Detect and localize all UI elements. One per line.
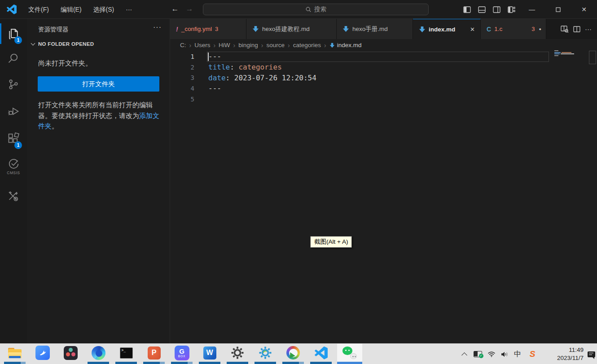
powerpoint-icon: P: [148, 346, 161, 360]
customize-layout-icon[interactable]: [504, 0, 519, 19]
toggle-secondary-sidebar-icon[interactable]: [489, 0, 504, 19]
tray-wifi[interactable]: [486, 344, 497, 364]
vscode-titlebar: 文件(F) 编辑(E) 选择(S) ··· ← → 搜索 — ✕: [0, 0, 597, 19]
tray-notification-center[interactable]: [586, 344, 597, 364]
code-editor[interactable]: 1 --- 2 title: categories 3 date: 2023-0…: [170, 51, 597, 343]
tab-hexo-manual-md[interactable]: hexo手册.md: [337, 19, 413, 39]
section-label: NO FOLDER OPENED: [38, 41, 94, 47]
tools-gear-icon: [7, 190, 20, 203]
davinci-icon: [64, 346, 78, 360]
taskbar-file-explorer[interactable]: [4, 344, 26, 362]
line-number[interactable]: 1: [170, 53, 194, 60]
breadcrumb-item[interactable]: source: [267, 42, 285, 48]
more-actions-icon[interactable]: ···: [585, 25, 592, 33]
breadcrumb-item[interactable]: categories: [293, 42, 321, 48]
vscode-icon: [315, 346, 328, 360]
scrollbar-slider[interactable]: [589, 51, 596, 64]
tray-ime-mode[interactable]: 中: [512, 344, 523, 364]
tray-clock[interactable]: 11:49 2023/11/7: [545, 344, 584, 364]
close-window-button[interactable]: ✕: [571, 0, 597, 19]
activity-extensions[interactable]: 1: [0, 126, 27, 151]
tray-security-monitor[interactable]: ✓: [471, 344, 484, 364]
explorer-sidebar: 资源管理器 ··· NO FOLDER OPENED 尚未打开文件夹。 打开文件…: [27, 19, 170, 343]
git-branch-icon: [7, 78, 20, 91]
line-number[interactable]: 4: [170, 85, 194, 92]
taskbar-edge[interactable]: [88, 344, 109, 362]
taskbar-davinci[interactable]: [60, 344, 81, 362]
nav-back-icon[interactable]: ←: [169, 0, 181, 18]
activity-search[interactable]: [0, 46, 27, 71]
command-center-search[interactable]: 搜索: [203, 4, 429, 15]
tray-sogou-input[interactable]: S: [526, 344, 539, 364]
menu-selection[interactable]: 选择(S): [88, 0, 120, 19]
explorer-badge: 1: [14, 36, 22, 44]
taskbar-terminal[interactable]: >_: [115, 344, 137, 362]
thunder-icon: [35, 346, 50, 360]
notification-icon: [588, 351, 595, 357]
toggle-panel-icon[interactable]: [474, 0, 489, 19]
breadcrumb-item[interactable]: binging: [238, 42, 258, 48]
menu-edit[interactable]: 编辑(E): [55, 0, 88, 19]
running-indicator: [310, 362, 332, 364]
running-indicator: [282, 362, 304, 364]
menu-file[interactable]: 文件(F): [22, 0, 55, 19]
tab-close-icon[interactable]: ✕: [469, 26, 476, 33]
running-indicator-active: [337, 362, 362, 364]
taskbar-settings[interactable]: [227, 344, 248, 362]
idm-icon: [286, 346, 300, 360]
taskbar-driver-tool[interactable]: [255, 344, 276, 362]
breadcrumb-item[interactable]: Users: [194, 42, 210, 48]
tray-show-hidden-icons[interactable]: [459, 344, 470, 364]
split-editor-icon[interactable]: [573, 26, 580, 33]
markdown-file-icon: [252, 26, 259, 32]
word-icon: W: [203, 346, 216, 360]
taskbar-vscode[interactable]: [310, 344, 332, 362]
cmsis-label: CMSIS: [0, 171, 27, 175]
taskbar-powerpoint[interactable]: P: [143, 344, 165, 362]
tab-config-yml[interactable]: ! _config.yml 3: [170, 19, 246, 39]
taskbar-gbox[interactable]: GBOX: [171, 344, 193, 362]
tray-volume[interactable]: [498, 344, 511, 364]
activity-embedded-tools[interactable]: [0, 184, 27, 209]
taskbar-word[interactable]: W: [199, 344, 220, 362]
breadcrumb-file[interactable]: index.md: [329, 42, 362, 48]
breadcrumb-item[interactable]: C:: [180, 42, 186, 48]
open-preview-icon[interactable]: [561, 26, 569, 33]
toggle-sidebar-icon[interactable]: [460, 0, 474, 19]
monitor-shield-icon: ✓: [474, 351, 482, 357]
section-no-folder-opened[interactable]: NO FOLDER OPENED: [31, 41, 94, 47]
breadcrumb-separator: ›: [324, 42, 326, 49]
sidebar-more-actions-icon[interactable]: ···: [153, 23, 162, 31]
tab-label: 1.c: [494, 26, 502, 32]
activity-cmsis[interactable]: CMSIS: [0, 153, 27, 182]
active-indicator: [0, 23, 1, 44]
nav-forward-icon[interactable]: →: [183, 0, 196, 18]
minimap[interactable]: [554, 50, 586, 57]
tab-hexo-tutorial-md[interactable]: hexo搭建教程.md: [246, 19, 337, 39]
tab-index-md[interactable]: index.md ✕: [413, 19, 481, 39]
code-line: 4 ---: [170, 83, 597, 94]
line-number[interactable]: 2: [170, 64, 194, 71]
code-line: 1 ---: [170, 51, 597, 62]
sogou-icon: S: [530, 349, 536, 359]
search-placeholder: 搜索: [314, 5, 326, 13]
code-line: 3 date: 2023-07-26 12:20:54: [170, 72, 597, 83]
line-number[interactable]: 5: [170, 96, 194, 103]
settings-gear-icon: [231, 346, 244, 360]
menu-overflow[interactable]: ···: [120, 0, 138, 19]
breadcrumb-separator: ›: [233, 42, 236, 49]
activity-source-control[interactable]: [0, 72, 27, 97]
minimize-button[interactable]: —: [519, 0, 545, 19]
taskbar-idm[interactable]: [282, 344, 304, 362]
open-folder-button[interactable]: 打开文件夹: [38, 76, 159, 92]
breadcrumb-item[interactable]: HiW: [219, 42, 230, 48]
empty-folder-text: 尚未打开文件夹。: [38, 59, 92, 68]
taskbar-wechat[interactable]: [339, 344, 360, 362]
activity-explorer[interactable]: 1: [0, 21, 27, 46]
maximize-button[interactable]: [545, 0, 571, 19]
activity-run-debug[interactable]: [0, 99, 27, 124]
taskbar-thunder[interactable]: [32, 344, 53, 362]
tab-1-c[interactable]: C 1.c 3 ●: [481, 19, 546, 39]
line-number[interactable]: 3: [170, 74, 194, 81]
speaker-icon: [501, 351, 509, 357]
